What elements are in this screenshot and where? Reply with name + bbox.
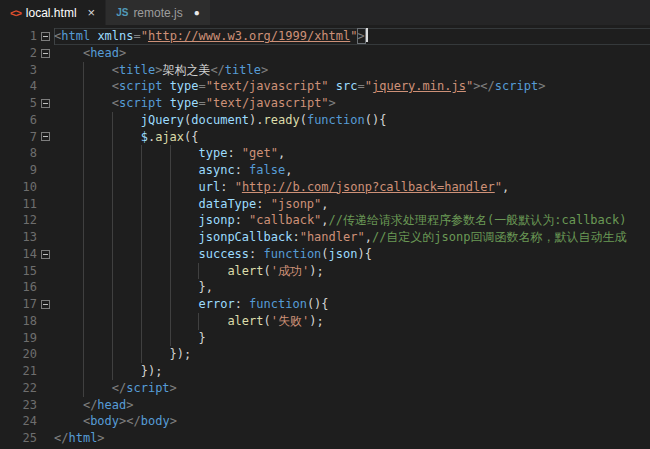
code-token: json xyxy=(329,247,358,261)
unsaved-changes-dot-icon[interactable]: ● xyxy=(194,8,200,18)
indent-guide-line xyxy=(112,246,113,263)
code-token: jQuery xyxy=(141,113,184,127)
fold-collapse-icon[interactable] xyxy=(41,300,50,309)
code-line: 16 }, xyxy=(0,279,650,296)
code-token: , xyxy=(321,197,328,211)
indent-guide-line xyxy=(141,330,142,347)
fold-column xyxy=(37,279,54,296)
code-token: , xyxy=(321,213,328,227)
code-token: ); xyxy=(309,314,323,328)
code-line: 9 async: false, xyxy=(0,162,650,179)
code-token: "callback" xyxy=(249,213,321,227)
code-line: 7 $.ajax({ xyxy=(0,129,650,146)
line-number: 22 xyxy=(0,380,37,397)
code-token: $ xyxy=(141,130,148,144)
code-token: dataType xyxy=(199,197,257,211)
code-token: //自定义的jsonp回调函数名称，默认自动生成 xyxy=(372,230,627,244)
line-number: 19 xyxy=(0,330,37,347)
line-number: 10 xyxy=(0,179,37,196)
code-line: 5 <script type="text/javascript"> xyxy=(0,95,650,112)
indent-guide-line xyxy=(83,296,84,313)
code-content: <html xmlns="http://www.w3.org/1999/xhtm… xyxy=(54,28,650,45)
indent-guide-line xyxy=(170,330,171,347)
close-tab-icon[interactable]: × xyxy=(88,6,96,19)
fold-collapse-icon[interactable] xyxy=(41,49,50,58)
code-content: }); xyxy=(54,346,650,363)
fold-column xyxy=(37,112,54,129)
code-token: (){ xyxy=(365,113,387,127)
line-number: 18 xyxy=(0,313,37,330)
indent-guide-line xyxy=(83,179,84,196)
line-number: 2 xyxy=(0,45,37,62)
code-token: head xyxy=(97,398,126,412)
code-line: 8 type: "get", xyxy=(0,145,650,162)
indent-guide-line xyxy=(83,380,84,397)
code-token: "get" xyxy=(242,146,278,160)
code-line: 13 jsonpCallback:"handler",//自定义的jsonp回调… xyxy=(0,229,650,246)
code-content: success: function(json){ xyxy=(54,246,650,263)
indent-guide-line xyxy=(141,162,142,179)
code-token: }); xyxy=(170,347,192,361)
code-line: 24 <body></body> xyxy=(0,413,650,430)
code-token: success xyxy=(199,247,250,261)
code-token: }); xyxy=(141,364,163,378)
indent-guide-line xyxy=(83,263,84,280)
fold-collapse-icon[interactable] xyxy=(41,99,50,108)
code-token: = xyxy=(199,79,206,93)
fold-column xyxy=(37,346,54,363)
line-number: 23 xyxy=(0,397,37,414)
tab-bar: <> local.html × JS remote.js ● xyxy=(0,0,650,25)
code-token: ( xyxy=(264,264,271,278)
code-token: '成功' xyxy=(271,264,309,278)
code-token: head xyxy=(90,46,119,60)
code-content: url: "http://b.com/jsonp?callback=handle… xyxy=(54,179,650,196)
fold-collapse-icon[interactable] xyxy=(41,32,50,41)
code-content: </html> xyxy=(54,430,650,447)
tab-local-html[interactable]: <> local.html × xyxy=(0,0,106,25)
code-token: "jsonp" xyxy=(271,197,322,211)
code-token: ajax xyxy=(155,130,184,144)
code-token: > xyxy=(329,96,336,110)
line-number: 7 xyxy=(0,129,37,146)
code-line: 12 jsonp: "callback",//传递给请求处理程序参数名(一般默认… xyxy=(0,212,650,229)
code-token: http://www.w3.org/1999/xhtml xyxy=(148,29,350,43)
code-token: jsonpCallback xyxy=(199,230,293,244)
line-number: 21 xyxy=(0,363,37,380)
code-token: false xyxy=(249,163,285,177)
code-content: jsonpCallback:"handler",//自定义的jsonp回调函数名… xyxy=(54,229,650,246)
editor-pane[interactable]: 1<html xmlns="http://www.w3.org/1999/xht… xyxy=(0,25,650,449)
code-content: alert('成功'); xyxy=(54,263,650,280)
code-token: 架构之美 xyxy=(162,63,210,77)
fold-column xyxy=(37,129,54,146)
code-line: 15 alert('成功'); xyxy=(0,263,650,280)
indent-guide-line xyxy=(83,129,84,146)
html-file-icon: <> xyxy=(10,7,21,19)
code-content: $.ajax({ xyxy=(54,129,650,146)
code-token: > xyxy=(358,29,365,43)
fold-column xyxy=(37,45,54,62)
code-content: alert('失败'); xyxy=(54,313,650,330)
tab-remote-js[interactable]: JS remote.js ● xyxy=(106,0,211,25)
code-token: < xyxy=(112,63,119,77)
fold-column xyxy=(37,380,54,397)
indent-guide-line xyxy=(83,279,84,296)
fold-collapse-icon[interactable] xyxy=(41,250,50,259)
fold-column xyxy=(37,430,54,447)
indent-guide-line xyxy=(112,162,113,179)
fold-collapse-icon[interactable] xyxy=(41,132,50,141)
indent-guide-line xyxy=(112,196,113,213)
indent-guide-line xyxy=(198,313,199,330)
fold-column xyxy=(37,296,54,313)
indent-guide-line xyxy=(112,129,113,146)
code-content: jQuery(document).ready(function(){ xyxy=(54,112,650,129)
indent-guide-line xyxy=(112,296,113,313)
fold-column xyxy=(37,28,54,45)
code-token: alert xyxy=(227,314,263,328)
code-token: html xyxy=(68,431,97,445)
indent-guide-line xyxy=(112,363,113,380)
line-number: 17 xyxy=(0,296,37,313)
code-token: > xyxy=(119,46,126,60)
code-token: title xyxy=(119,63,155,77)
indent-guide-line xyxy=(141,229,142,246)
code-token: = xyxy=(358,79,365,93)
